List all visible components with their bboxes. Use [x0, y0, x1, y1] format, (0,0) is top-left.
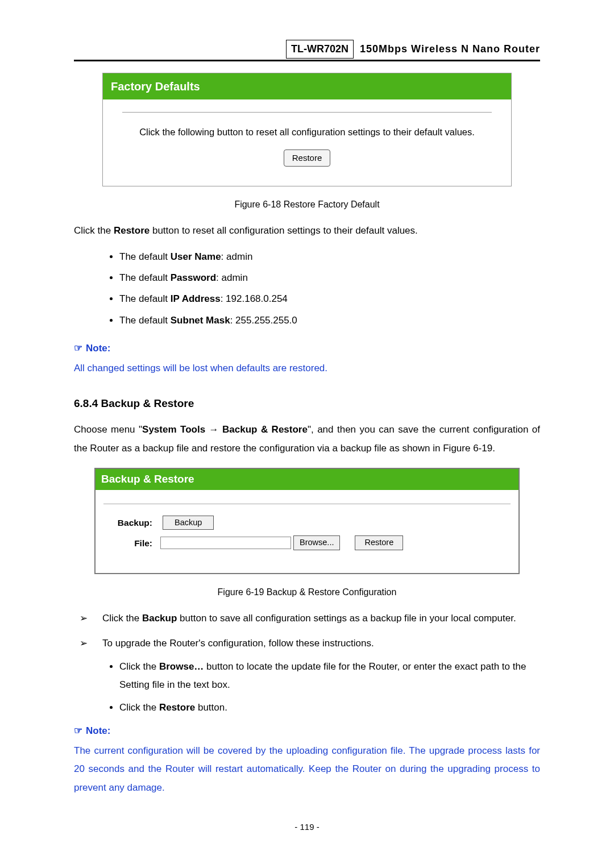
- hand-icon: ☞: [74, 343, 82, 354]
- note-body: All changed settings will be lost when d…: [74, 359, 540, 377]
- file-path-input[interactable]: [160, 537, 291, 549]
- instruction-list: Click the Backup button to save all conf…: [80, 609, 540, 717]
- figure-6-19-caption: Figure 6-19 Backup & Restore Configurati…: [74, 585, 540, 599]
- list-item: The default User Name: admin: [119, 246, 540, 267]
- backup-label: Backup:: [103, 516, 160, 529]
- file-label: File:: [103, 537, 160, 550]
- model-number: TL-WR702N: [286, 40, 354, 59]
- note-heading: ☞Note:: [74, 341, 540, 356]
- hand-icon: ☞: [74, 725, 82, 736]
- list-item: The default Subnet Mask: 255.255.255.0: [119, 310, 540, 331]
- backup-button[interactable]: Backup: [163, 516, 214, 530]
- backup-restore-panel: Backup & Restore Backup: Backup File: Br…: [94, 468, 520, 574]
- restore-button[interactable]: Restore: [284, 149, 331, 167]
- factory-defaults-text: Click the following button to reset all …: [114, 125, 500, 139]
- list-item: The default Password: admin: [119, 267, 540, 288]
- factory-defaults-title: Factory Defaults: [103, 73, 511, 99]
- list-item: To upgrade the Router's configuration, f…: [80, 634, 540, 717]
- backup-restore-title: Backup & Restore: [96, 469, 518, 490]
- restore-instruction: Click the Restore button to reset all co…: [74, 222, 540, 240]
- page-number: - 119 -: [74, 821, 540, 834]
- factory-defaults-panel: Factory Defaults Click the following but…: [102, 73, 512, 186]
- restore-file-button[interactable]: Restore: [355, 535, 403, 550]
- backup-restore-intro: Choose menu "System Tools → Backup & Res…: [74, 421, 540, 458]
- document-header: TL-WR702N 150Mbps Wireless N Nano Router: [74, 40, 540, 61]
- default-settings-list: The default User Name: admin The default…: [119, 246, 540, 331]
- section-heading-6-8-4: 6.8.4 Backup & Restore: [74, 396, 540, 412]
- list-item: The default IP Address: 192.168.0.254: [119, 288, 540, 309]
- note-heading: ☞Note:: [74, 724, 540, 738]
- list-item: Click the Restore button.: [119, 699, 540, 717]
- list-item: Click the Browse… button to locate the u…: [119, 658, 540, 695]
- list-item: Click the Backup button to save all conf…: [80, 609, 540, 628]
- browse-button[interactable]: Browse...: [293, 535, 340, 550]
- figure-6-18-caption: Figure 6-18 Restore Factory Default: [74, 198, 540, 211]
- model-description: 150Mbps Wireless N Nano Router: [360, 43, 540, 55]
- note-body: The current configuration will be covere…: [74, 742, 540, 797]
